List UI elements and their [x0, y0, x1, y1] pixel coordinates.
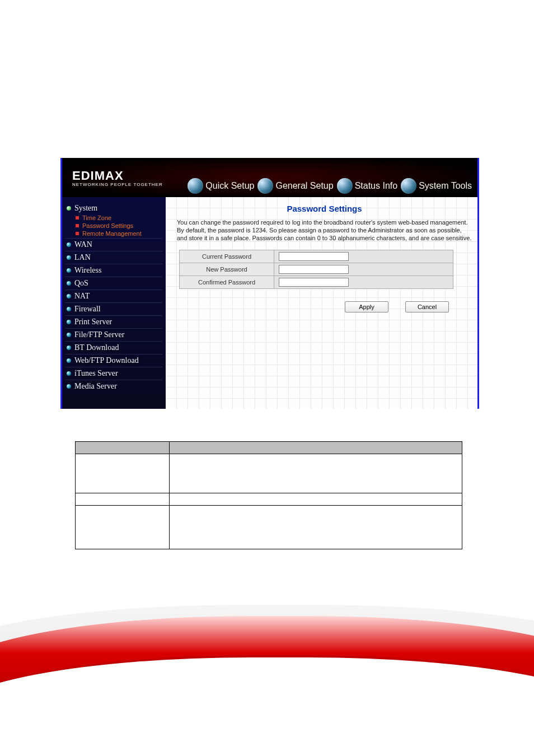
- sidebar-item-web-ftp-download[interactable]: Web/FTP Download: [65, 355, 162, 366]
- sidebar-item-label: Print Server: [74, 318, 112, 326]
- table-header-left: [76, 442, 170, 454]
- table-cell-desc: [170, 493, 462, 506]
- sidebar-item-label: Firewall: [74, 305, 101, 314]
- tab-label: Quick Setup: [205, 181, 254, 191]
- table-cell-param: [76, 454, 170, 493]
- sidebar-sub-password-settings[interactable]: Password Settings: [65, 222, 162, 230]
- bullet-icon: [67, 255, 71, 260]
- sidebar-item-nat[interactable]: NAT: [65, 291, 162, 302]
- bullet-icon: [67, 320, 71, 324]
- password-form: Current Password New Password Confirmed …: [179, 250, 453, 289]
- brand-name: EDIMAX: [72, 169, 163, 183]
- sidebar-item-label: LAN: [74, 253, 91, 262]
- parameter-description-table: [75, 441, 462, 549]
- sidebar-item-label: iTunes Server: [74, 369, 118, 378]
- bullet-icon: [67, 206, 71, 211]
- bullet-icon: [67, 371, 71, 376]
- square-icon: [76, 216, 79, 220]
- sidebar-item-wireless[interactable]: Wireless: [65, 265, 162, 276]
- sidebar-item-wan[interactable]: WAN: [65, 239, 162, 250]
- tab-label: System Tools: [419, 181, 472, 191]
- sidebar-item-label: File/FTP Server: [74, 330, 124, 339]
- table-header-right: [170, 442, 462, 454]
- router-admin-screenshot: EDIMAX NETWORKING PEOPLE TOGETHER Quick …: [60, 158, 479, 409]
- sidebar: System Time Zone Password Settings Remot…: [62, 197, 166, 409]
- globe-icon: [188, 178, 203, 194]
- sidebar-sub-time-zone[interactable]: Time Zone: [65, 214, 162, 222]
- bullet-icon: [67, 294, 71, 298]
- sidebar-item-label: WAN: [74, 240, 92, 249]
- sidebar-item-qos[interactable]: QoS: [65, 278, 162, 289]
- sidebar-item-bt-download[interactable]: BT Download: [65, 342, 162, 353]
- label-current-password: Current Password: [180, 250, 274, 263]
- confirmed-password-input[interactable]: [279, 278, 349, 287]
- page-title: Password Settings: [177, 204, 472, 213]
- new-password-input[interactable]: [279, 265, 349, 274]
- tab-label: Status Info: [355, 181, 398, 191]
- table-cell-param: [76, 493, 170, 506]
- sidebar-item-itunes-server[interactable]: iTunes Server: [65, 368, 162, 379]
- sidebar-item-print-server[interactable]: Print Server: [65, 316, 162, 328]
- label-new-password: New Password: [180, 263, 274, 276]
- sidebar-item-firewall[interactable]: Firewall: [65, 304, 162, 315]
- bullet-icon: [67, 242, 71, 247]
- globe-icon: [401, 178, 416, 194]
- apply-button[interactable]: Apply: [345, 301, 388, 312]
- globe-icon: [337, 178, 353, 194]
- page-description: You can change the password required to …: [177, 219, 472, 242]
- top-tabs: Quick Setup General Setup Status Info Sy…: [188, 178, 472, 194]
- table-cell-desc: [170, 454, 462, 493]
- tab-status-info[interactable]: Status Info: [337, 178, 398, 194]
- bullet-icon: [67, 333, 71, 337]
- footer-swoosh-white: [0, 655, 534, 756]
- square-icon: [76, 224, 79, 227]
- current-password-input[interactable]: [279, 252, 349, 261]
- table-cell-param: [76, 506, 170, 549]
- content-panel: Password Settings You can change the pas…: [166, 197, 477, 409]
- cancel-button[interactable]: Cancel: [405, 301, 449, 312]
- sidebar-item-label: Wireless: [74, 266, 101, 275]
- sidebar-sub-label: Password Settings: [82, 222, 133, 229]
- topbar: EDIMAX NETWORKING PEOPLE TOGETHER Quick …: [62, 158, 477, 197]
- tab-general-setup[interactable]: General Setup: [257, 178, 333, 194]
- table-row: [76, 493, 462, 506]
- bullet-icon: [67, 346, 71, 350]
- tab-quick-setup[interactable]: Quick Setup: [188, 178, 254, 194]
- sidebar-item-label: System: [74, 204, 97, 213]
- sidebar-item-file-ftp-server[interactable]: File/FTP Server: [65, 329, 162, 340]
- tab-label: General Setup: [275, 181, 333, 191]
- brand: EDIMAX NETWORKING PEOPLE TOGETHER: [72, 169, 163, 187]
- sidebar-item-label: Web/FTP Download: [74, 356, 139, 365]
- bullet-icon: [67, 384, 71, 389]
- sidebar-item-system[interactable]: System: [65, 203, 162, 214]
- square-icon: [76, 232, 79, 235]
- tab-system-tools[interactable]: System Tools: [401, 178, 472, 194]
- bullet-icon: [67, 281, 71, 286]
- sidebar-item-label: QoS: [74, 279, 88, 288]
- bullet-icon: [67, 307, 71, 311]
- globe-icon: [257, 178, 273, 194]
- sidebar-item-media-server[interactable]: Media Server: [65, 381, 162, 392]
- sidebar-item-label: BT Download: [74, 343, 119, 352]
- button-row: Apply Cancel: [179, 301, 453, 312]
- bullet-icon: [67, 358, 71, 363]
- sidebar-item-label: NAT: [74, 292, 90, 301]
- table-row: [76, 454, 462, 493]
- label-confirmed-password: Confirmed Password: [180, 276, 274, 289]
- table-cell-desc: [170, 506, 462, 549]
- table-row: [76, 506, 462, 549]
- sidebar-sub-label: Remote Management: [82, 230, 142, 237]
- brand-tagline: NETWORKING PEOPLE TOGETHER: [72, 182, 163, 187]
- sidebar-item-lan[interactable]: LAN: [65, 252, 162, 263]
- sidebar-sub-remote-management[interactable]: Remote Management: [65, 230, 162, 237]
- bullet-icon: [67, 268, 71, 273]
- sidebar-sub-label: Time Zone: [82, 214, 111, 221]
- sidebar-item-label: Media Server: [74, 382, 117, 391]
